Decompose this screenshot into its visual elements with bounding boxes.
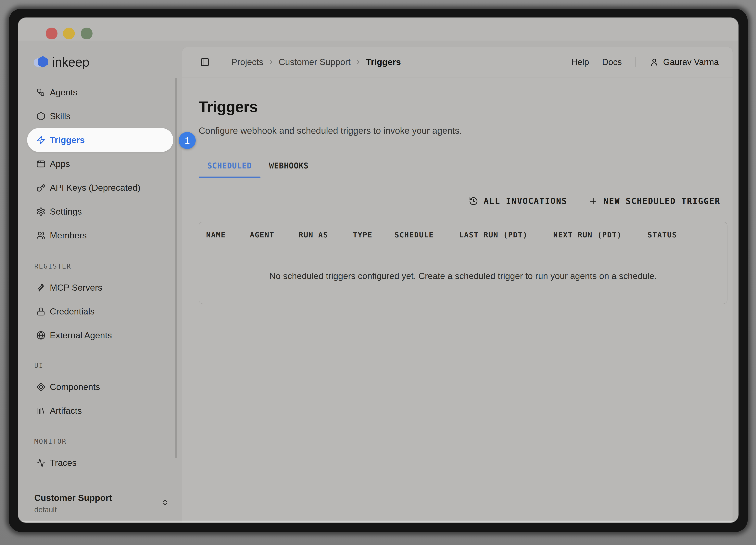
sidebar-item-api-keys[interactable]: API Keys (Deprecated)	[27, 176, 173, 199]
project-switcher-graph: default	[34, 505, 172, 515]
zoom-window-button[interactable]	[81, 28, 93, 39]
sidebar-toggle-button[interactable]	[200, 57, 210, 67]
page-description: Configure webhook and scheduled triggers…	[199, 125, 727, 136]
header-actions: Help Docs Gaurav Varma	[571, 57, 719, 67]
inkeep-logo[interactable]: inkeep	[32, 54, 89, 70]
header-divider	[220, 57, 220, 67]
sidebar-item-agents[interactable]: Agents	[27, 80, 173, 104]
sidebar-item-settings[interactable]: Settings	[27, 199, 173, 223]
sidebar-item-label: Triggers	[50, 135, 85, 145]
sidebar-item-label: API Keys (Deprecated)	[50, 183, 140, 193]
sidebar-section-ui: UI Components Artifacts	[18, 362, 182, 423]
minimize-window-button[interactable]	[63, 28, 75, 39]
history-icon	[469, 196, 478, 206]
key-icon	[36, 183, 45, 192]
close-window-button[interactable]	[46, 28, 57, 39]
scheduled-triggers-table: NAME AGENT RUN AS TYPE SCHEDULE LAST RUN…	[199, 222, 727, 304]
chevrons-up-down-icon	[161, 498, 170, 507]
breadcrumb-triggers[interactable]: Triggers	[366, 57, 401, 67]
new-scheduled-trigger-label: NEW SCHEDULED TRIGGER	[603, 196, 720, 206]
help-link[interactable]: Help	[571, 57, 589, 67]
user-icon	[650, 57, 659, 67]
sidebar-item-traces[interactable]: Traces	[27, 451, 173, 475]
project-switcher-name: Customer Support	[34, 493, 172, 503]
gear-icon	[36, 207, 45, 216]
window-titlebar	[18, 18, 738, 41]
new-scheduled-trigger-button[interactable]: NEW SCHEDULED TRIGGER	[588, 196, 720, 206]
zap-icon	[36, 135, 45, 145]
workflow-icon	[36, 88, 45, 97]
breadcrumb-projects[interactable]: Projects	[231, 57, 263, 67]
sidebar-scrollbar[interactable]	[175, 78, 177, 458]
inkeep-logo-icon	[32, 54, 49, 70]
library-icon	[36, 406, 45, 415]
sidebar-section-register: REGISTER MCP Servers Credentials	[18, 262, 182, 347]
sidebar-item-label: Agents	[50, 87, 77, 97]
annotation-badge-1: 1	[179, 132, 196, 149]
panel-left-icon	[200, 57, 210, 67]
tab-bar: SCHEDULED WEBHOOKS	[199, 161, 727, 178]
app-window: inkeep Agents Skills	[18, 18, 738, 523]
sidebar-item-skills[interactable]: Skills	[27, 104, 173, 128]
mcp-icon	[36, 283, 45, 292]
sidebar-item-label: Settings	[50, 206, 82, 217]
lock-icon	[36, 307, 45, 316]
column-header-last-run: LAST RUN (PDT)	[459, 230, 553, 239]
column-header-status: STATUS	[648, 230, 727, 239]
header-divider	[636, 57, 636, 67]
tab-scheduled[interactable]: SCHEDULED	[199, 161, 260, 178]
sidebar-item-label: Traces	[50, 458, 77, 468]
column-header-agent: AGENT	[250, 230, 299, 239]
all-invocations-label: ALL INVOCATIONS	[484, 196, 567, 206]
sidebar-item-components[interactable]: Components	[27, 375, 173, 399]
sidebar-item-mcp-servers[interactable]: MCP Servers	[27, 276, 173, 300]
chevron-right-icon	[355, 59, 362, 65]
sidebar-item-external-agents[interactable]: External Agents	[27, 323, 173, 347]
sidebar-item-label: Credentials	[50, 307, 95, 317]
user-name: Gaurav Varma	[663, 57, 719, 67]
app-window-icon	[36, 159, 45, 168]
activity-icon	[36, 458, 45, 467]
table-header-row: NAME AGENT RUN AS TYPE SCHEDULE LAST RUN…	[199, 222, 727, 248]
column-header-name: NAME	[206, 230, 250, 239]
project-switcher[interactable]: Customer Support default	[34, 493, 172, 515]
sidebar-item-label: MCP Servers	[50, 283, 102, 293]
sidebar-item-label: Skills	[50, 111, 70, 121]
sidebar-item-triggers[interactable]: Triggers	[27, 128, 173, 152]
breadcrumb-customer-support[interactable]: Customer Support	[279, 57, 351, 67]
sidebar-item-label: Components	[50, 382, 100, 392]
section-label: MONITOR	[34, 437, 182, 445]
section-label: REGISTER	[34, 262, 182, 270]
sidebar-item-label: Members	[50, 230, 87, 240]
sidebar-item-label: Artifacts	[50, 406, 82, 416]
inkeep-logo-wordmark: inkeep	[52, 55, 89, 70]
section-label: UI	[34, 362, 182, 370]
sidebar-item-artifacts[interactable]: Artifacts	[27, 399, 173, 423]
sidebar-item-members[interactable]: Members	[27, 223, 173, 247]
component-icon	[36, 383, 45, 392]
app-body: inkeep Agents Skills	[18, 41, 738, 523]
sidebar: inkeep Agents Skills	[18, 41, 182, 523]
column-header-run-as: RUN AS	[299, 230, 353, 239]
tab-webhooks[interactable]: WEBHOOKS	[260, 161, 317, 178]
table-empty-message: No scheduled triggers configured yet. Cr…	[199, 248, 727, 304]
sidebar-item-label: Apps	[50, 159, 70, 169]
sidebar-item-label: External Agents	[50, 330, 112, 341]
main-panel: Projects Customer Support Triggers Help …	[182, 47, 733, 523]
docs-link[interactable]: Docs	[602, 57, 622, 67]
page-title: Triggers	[199, 98, 727, 116]
globe-icon	[36, 331, 45, 340]
sidebar-item-apps[interactable]: Apps	[27, 152, 173, 176]
breadcrumb: Projects Customer Support Triggers	[231, 57, 571, 67]
main-header: Projects Customer Support Triggers Help …	[182, 47, 733, 77]
sidebar-section-monitor: MONITOR Traces	[18, 437, 182, 475]
all-invocations-button[interactable]: ALL INVOCATIONS	[469, 196, 567, 206]
sidebar-item-credentials[interactable]: Credentials	[27, 300, 173, 323]
hexagon-icon	[36, 112, 45, 121]
plus-icon	[588, 196, 598, 206]
sidebar-nav: Agents Skills Triggers	[27, 80, 173, 247]
users-icon	[36, 231, 45, 240]
column-header-type: TYPE	[353, 230, 395, 239]
user-menu[interactable]: Gaurav Varma	[650, 57, 719, 67]
chevron-right-icon	[268, 59, 274, 65]
